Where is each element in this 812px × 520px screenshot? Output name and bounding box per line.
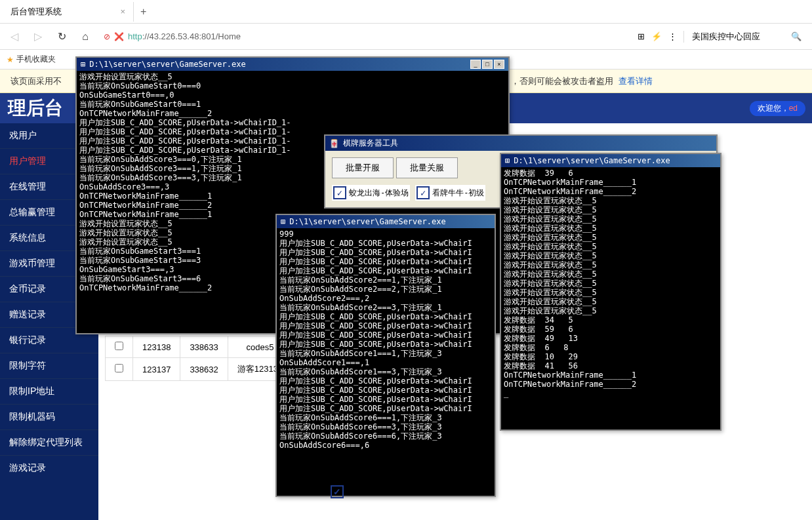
console-output: 发牌数据 39 6 OnTCPNetworkMainFrame______1 O… <box>501 167 720 430</box>
window-titlebar[interactable]: ⊞ D:\1\server\server\GameServer.exe <box>501 154 720 167</box>
data-table: 123138 338633 codes5 123137 338632 游客123… <box>105 336 293 381</box>
server-check-item[interactable]: ✓ 蛟龙出海-体验场 <box>332 185 410 201</box>
more-icon[interactable]: ⋮ <box>668 31 677 41</box>
row-checkbox[interactable] <box>115 342 123 350</box>
warning-details-link[interactable]: 查看详情 <box>619 75 653 87</box>
browser-toolbar: ◁ ▷ ↻ ⌂ ⊘ ❌ http://43.226.53.48:801/Home… <box>0 24 812 50</box>
batch-open-button[interactable]: 批量开服 <box>332 157 394 178</box>
bookmark-label: 手机收藏夹 <box>16 54 56 65</box>
shield-icon: ❌ <box>114 32 124 41</box>
window-titlebar[interactable]: 🀄 棋牌服务器工具 <box>325 136 716 151</box>
sidebar-item-ip[interactable]: 限制IP地址 <box>0 378 98 404</box>
banner-title: 理后台 <box>8 96 63 121</box>
sidebar-item-machine[interactable]: 限制机器码 <box>0 404 98 430</box>
grid-icon[interactable]: ⊞ <box>638 31 645 41</box>
close-icon[interactable]: × <box>120 7 125 16</box>
checkmark-icon: ✓ <box>416 186 430 199</box>
server-check-item[interactable]: ✓ 看牌牛牛-初级 <box>415 185 485 201</box>
window-icon: ⊞ <box>505 156 510 165</box>
window-title: D:\1\server\server\GameServer.exe <box>289 217 491 226</box>
back-button[interactable]: ◁ <box>5 28 24 46</box>
window-icon: 🀄 <box>329 139 339 148</box>
server-check-item[interactable]: ✓ <box>331 485 344 498</box>
console-window-2[interactable]: ⊞ D:\1\server\server\GameServer.exe 999 … <box>275 214 496 497</box>
warning-text-left: 该页面采用不 <box>10 75 62 87</box>
search-icon[interactable]: 🔍 <box>791 31 802 41</box>
sidebar-item-gamelog[interactable]: 游戏记录 <box>0 455 98 481</box>
bookmark-item[interactable]: ★ 手机收藏夹 <box>7 54 56 65</box>
check-label: 看牌牛牛-初级 <box>432 188 484 199</box>
browser-tab[interactable]: 后台管理系统 × <box>3 2 134 22</box>
forward-button[interactable]: ▷ <box>29 28 47 46</box>
row-checkbox[interactable] <box>115 364 123 372</box>
batch-close-button[interactable]: 批量关服 <box>396 157 458 178</box>
window-title: D:\1\server\server\GameServer.exe <box>89 60 466 69</box>
window-title: 棋牌服务器工具 <box>343 138 712 149</box>
url-text: http://43.226.53.48:801/Home <box>128 31 241 41</box>
toolbar-right: ⊞ ⚡ ⋮ 美国疾控中心回应 🔍 <box>638 31 807 43</box>
console-window-3[interactable]: ⊞ D:\1\server\server\GameServer.exe 发牌数据… <box>500 153 721 431</box>
tab-title: 后台管理系统 <box>10 6 62 18</box>
address-bar[interactable]: ⊘ ❌ http://43.226.53.48:801/Home <box>100 31 632 41</box>
window-icon: ⊞ <box>81 60 85 69</box>
minimize-button[interactable]: _ <box>470 60 481 69</box>
window-title: D:\1\server\server\GameServer.exe <box>514 156 716 165</box>
home-button[interactable]: ⌂ <box>76 28 94 46</box>
close-button[interactable]: × <box>494 60 504 69</box>
console-output: 999 用户加注SUB_C_ADD_SCORE,pUserData->wChai… <box>277 228 495 496</box>
window-titlebar[interactable]: ⊞ D:\1\server\server\GameServer.exe _ □ … <box>77 58 508 71</box>
new-tab-button[interactable]: + <box>134 6 153 18</box>
reload-button[interactable]: ↻ <box>52 28 71 46</box>
checkmark-icon: ✓ <box>333 186 346 199</box>
welcome-badge: 欢迎您，ed <box>750 101 805 116</box>
cell-code: 338632 <box>180 358 228 381</box>
search-placeholder: 美国疾控中心回应 <box>692 31 760 43</box>
window-titlebar[interactable]: ⊞ D:\1\server\server\GameServer.exe <box>277 215 495 228</box>
sidebar-item-char[interactable]: 限制字符 <box>0 353 98 378</box>
cell-id: 123137 <box>133 358 180 381</box>
table-row: 123137 338632 游客123137 <box>106 358 293 381</box>
sidebar-item-unbind[interactable]: 解除绑定代理列表 <box>0 430 98 455</box>
security-icon: ⊘ <box>104 32 110 41</box>
table-row: 123138 338633 codes5 <box>106 336 293 358</box>
cell-id: 123138 <box>133 336 180 358</box>
browser-tab-bar: 后台管理系统 × + <box>0 0 812 24</box>
search-box[interactable]: 美国疾控中心回应 🔍 <box>683 31 802 43</box>
check-label: 蛟龙出海-体验场 <box>349 188 409 199</box>
window-icon: ⊞ <box>281 217 285 226</box>
flash-icon[interactable]: ⚡ <box>651 31 662 41</box>
cell-code: 338633 <box>180 336 228 358</box>
star-icon: ★ <box>7 55 14 64</box>
maximize-button[interactable]: □ <box>482 60 493 69</box>
checkmark-icon: ✓ <box>331 485 344 498</box>
